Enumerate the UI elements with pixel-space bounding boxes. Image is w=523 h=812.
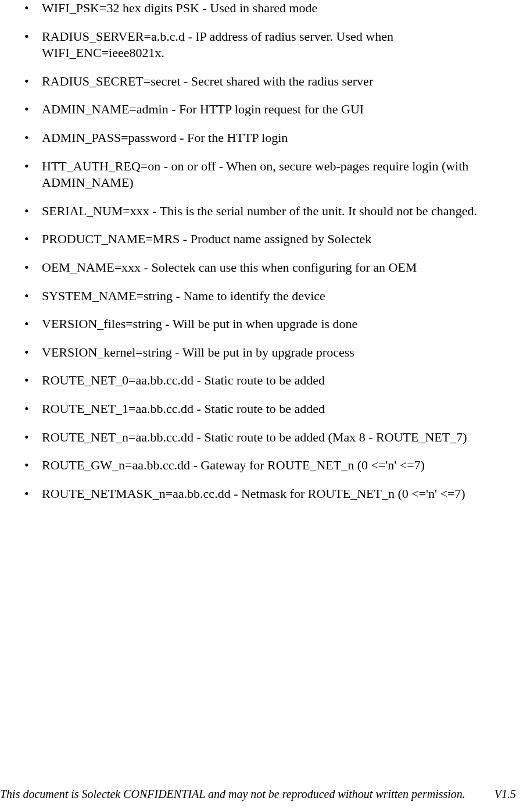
item-text: SYSTEM_NAME=string - Name to identify th… bbox=[42, 289, 325, 303]
list-item: RADIUS_SERVER=a.b.c.d - IP address of ra… bbox=[12, 29, 511, 62]
list-item: PRODUCT_NAME=MRS - Product name assigned… bbox=[12, 231, 511, 248]
list-item: RADIUS_SECRET=secret - Secret shared wit… bbox=[12, 73, 511, 90]
item-text: ROUTE_GW_n=aa.bb.cc.dd - Gateway for ROU… bbox=[42, 458, 425, 472]
footer-confidential-text: This document is Solectek CONFIDENTIAL a… bbox=[0, 786, 465, 802]
item-text: SERIAL_NUM=xxx - This is the serial numb… bbox=[42, 204, 477, 218]
item-text: RADIUS_SERVER=a.b.c.d - IP address of ra… bbox=[42, 29, 393, 60]
list-item: OEM_NAME=xxx - Solectek can use this whe… bbox=[12, 259, 511, 276]
footer-version: V1.5 bbox=[495, 786, 516, 802]
list-item: ROUTE_NET_1=aa.bb.cc.dd - Static route t… bbox=[12, 401, 511, 418]
list-item: VERSION_files=string - Will be put in wh… bbox=[12, 316, 511, 333]
config-parameter-list: WIFI_PSK=32 hex digits PSK - Used in sha… bbox=[12, 0, 511, 502]
page-footer: This document is Solectek CONFIDENTIAL a… bbox=[0, 786, 523, 802]
list-item: WIFI_PSK=32 hex digits PSK - Used in sha… bbox=[12, 0, 511, 17]
item-text: WIFI_PSK=32 hex digits PSK - Used in sha… bbox=[42, 1, 317, 15]
item-text: OEM_NAME=xxx - Solectek can use this whe… bbox=[42, 260, 417, 275]
item-text: ADMIN_NAME=admin - For HTTP login reques… bbox=[42, 102, 364, 116]
list-item: ADMIN_PASS=password - For the HTTP login bbox=[12, 130, 511, 147]
list-item: ROUTE_NETMASK_n=aa.bb.cc.dd - Netmask fo… bbox=[12, 486, 511, 503]
list-item: ROUTE_NET_n=aa.bb.cc.dd - Static route t… bbox=[12, 429, 511, 446]
item-text: ROUTE_NET_1=aa.bb.cc.dd - Static route t… bbox=[42, 401, 325, 416]
item-text: RADIUS_SECRET=secret - Secret shared wit… bbox=[42, 74, 373, 88]
list-item: HTT_AUTH_REQ=on - on or off - When on, s… bbox=[12, 158, 511, 191]
list-item: SYSTEM_NAME=string - Name to identify th… bbox=[12, 288, 511, 305]
item-text: ADMIN_PASS=password - For the HTTP login bbox=[42, 130, 288, 145]
list-item: ROUTE_NET_0=aa.bb.cc.dd - Static route t… bbox=[12, 372, 511, 389]
item-text: VERSION_kernel=string - Will be put in b… bbox=[42, 345, 354, 359]
item-text: ROUTE_NET_0=aa.bb.cc.dd - Static route t… bbox=[42, 373, 325, 387]
item-text: HTT_AUTH_REQ=on - on or off - When on, s… bbox=[42, 159, 468, 190]
item-text: VERSION_files=string - Will be put in wh… bbox=[42, 316, 357, 331]
item-text: ROUTE_NET_n=aa.bb.cc.dd - Static route t… bbox=[42, 430, 467, 444]
list-item: VERSION_kernel=string - Will be put in b… bbox=[12, 344, 511, 361]
list-item: SERIAL_NUM=xxx - This is the serial numb… bbox=[12, 203, 511, 220]
list-item: ADMIN_NAME=admin - For HTTP login reques… bbox=[12, 101, 511, 118]
item-text: PRODUCT_NAME=MRS - Product name assigned… bbox=[42, 232, 371, 246]
item-text: ROUTE_NETMASK_n=aa.bb.cc.dd - Netmask fo… bbox=[42, 486, 465, 501]
list-item: ROUTE_GW_n=aa.bb.cc.dd - Gateway for ROU… bbox=[12, 457, 511, 474]
